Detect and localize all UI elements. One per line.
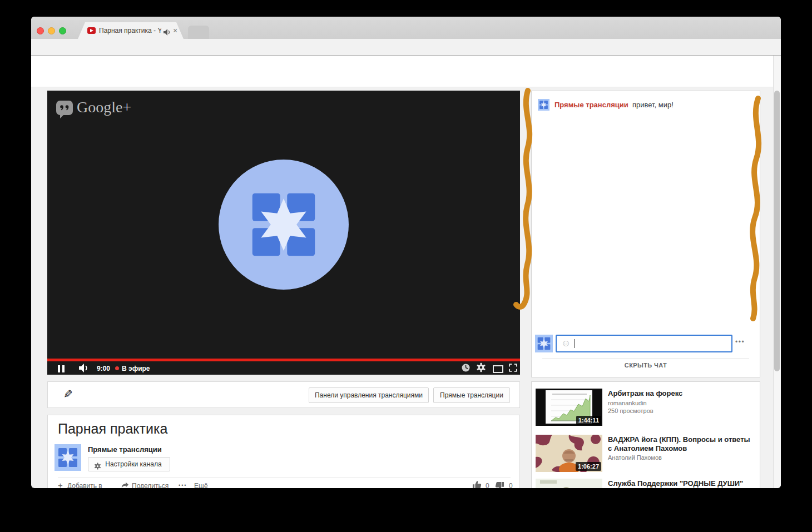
video-thumbnail[interactable]: 1:06:27 — [536, 435, 602, 472]
googleplus-logo: Google+ — [77, 98, 131, 116]
hangouts-bubble-icon — [56, 100, 73, 121]
settings-gear-icon[interactable] — [476, 362, 486, 375]
watch-later-clock-icon[interactable] — [461, 363, 471, 375]
video-thumbnail[interactable] — [536, 479, 602, 488]
dislikes-count: 0 — [509, 482, 513, 488]
video-duration-badge: 1:44:11 — [576, 416, 601, 425]
chat-input-box: ☺ — [556, 335, 732, 352]
scrollbar-thumb[interactable] — [774, 91, 780, 371]
live-label: В эфире — [122, 365, 150, 372]
chat-input-avatar — [535, 335, 553, 352]
thumbs-up-icon[interactable] — [472, 480, 482, 488]
channel-avatar[interactable] — [55, 444, 81, 471]
related-video-item[interactable]: 1:06:27 ВАДЖРА йога (КПП). Вопросы и отв… — [536, 435, 757, 474]
tab-audio-icon — [164, 28, 171, 38]
video-views: 250 просмотров — [608, 407, 653, 414]
more-button[interactable]: Ещё — [194, 482, 208, 488]
video-title: Парная практика — [58, 421, 167, 437]
chat-message: привет, мир! — [632, 101, 674, 109]
video-thumbnail[interactable]: 1:44:11 — [536, 389, 602, 426]
volume-icon[interactable] — [79, 364, 91, 375]
card-divider — [58, 477, 511, 478]
broadcast-avatar-graphic — [219, 160, 349, 290]
likes-count: 0 — [486, 482, 489, 488]
chat-divider — [542, 358, 749, 359]
tab-title: Парная практика - You — [99, 27, 161, 34]
play-icon — [90, 29, 93, 32]
youtube-masthead: You Tube RU ▾ Добавить видео — [31, 56, 781, 87]
watch-info-card: Парная практика Прямые трансляции Настро… — [47, 415, 520, 488]
channel-name[interactable]: Прямые трансляции — [88, 445, 162, 454]
gear-icon — [94, 461, 101, 474]
youtube-favicon — [87, 27, 96, 34]
theater-mode-icon[interactable] — [493, 365, 503, 373]
progress-bar[interactable] — [47, 359, 520, 361]
browser-toolbar: ← → ⟳ ⌂ www.youtube.com/watch?v=ZDy7JRsg… — [31, 39, 781, 56]
broadcast-toolbar-card: ✎ Панели управления трансляциями Прямые … — [47, 381, 520, 408]
close-window-button[interactable] — [37, 27, 44, 34]
thumbs-down-icon[interactable] — [494, 481, 504, 488]
active-tab[interactable]: Парная практика - You × — [78, 22, 184, 39]
chat-message-avatar — [538, 99, 549, 111]
smiley-icon[interactable]: ☺ — [561, 338, 571, 349]
share-button[interactable]: Поделиться — [132, 482, 169, 488]
channel-settings-button[interactable]: Настройки канала — [88, 457, 170, 471]
fullscreen-icon[interactable] — [508, 363, 518, 375]
maximize-window-button[interactable] — [59, 27, 66, 34]
chat-menu-dots-icon[interactable]: ••• — [735, 338, 745, 346]
add-to-button[interactable]: Добавить в — [67, 482, 102, 488]
share-icon[interactable] — [121, 481, 129, 488]
plus-icon[interactable]: + — [58, 480, 63, 488]
text-cursor — [575, 339, 575, 348]
video-channel[interactable]: romanankudin — [608, 400, 647, 406]
hide-chat-button[interactable]: СКРЫТЬ ЧАТ — [531, 362, 760, 369]
related-videos-panel: 1:44:11 Арбитраж на форекс romanankudin … — [531, 381, 760, 488]
chat-author[interactable]: Прямые трансляции — [554, 101, 628, 109]
related-video-item[interactable]: 1:44:11 Арбитраж на форекс romanankudin … — [536, 389, 757, 427]
related-video-item[interactable]: Служба Поддержки "РОДНЫЕ ДУШИ" — [536, 479, 757, 488]
video-duration-badge: 1:06:27 — [576, 462, 601, 471]
background-tab[interactable] — [188, 26, 209, 39]
browser-window: Парная практика - You × ← → ⟳ ⌂ www.yout… — [31, 17, 781, 488]
playback-time: 9:00 — [97, 365, 110, 372]
video-title[interactable]: Арбитраж на форекс — [608, 389, 754, 398]
video-title[interactable]: Служба Поддержки "РОДНЫЕ ДУШИ" — [608, 479, 754, 488]
chat-input[interactable] — [578, 337, 725, 350]
minimize-window-button[interactable] — [48, 27, 55, 34]
video-channel[interactable]: Анатолий Пахомов — [608, 454, 662, 461]
live-dot — [115, 366, 119, 370]
live-broadcasts-button[interactable]: Прямые трансляции — [433, 387, 510, 403]
channel-settings-label: Настройки канала — [105, 460, 161, 468]
close-tab-icon[interactable]: × — [173, 26, 177, 35]
video-title[interactable]: ВАДЖРА йога (КПП). Вопросы и ответы с Ан… — [608, 435, 754, 453]
edit-pencil-icon[interactable]: ✎ — [63, 387, 73, 401]
tab-strip: Парная практика - You × — [31, 17, 781, 39]
pause-icon[interactable] — [58, 365, 65, 375]
broadcast-panels-button[interactable]: Панели управления трансляциями — [309, 387, 429, 403]
more-dots-icon[interactable]: ••• — [179, 483, 187, 488]
